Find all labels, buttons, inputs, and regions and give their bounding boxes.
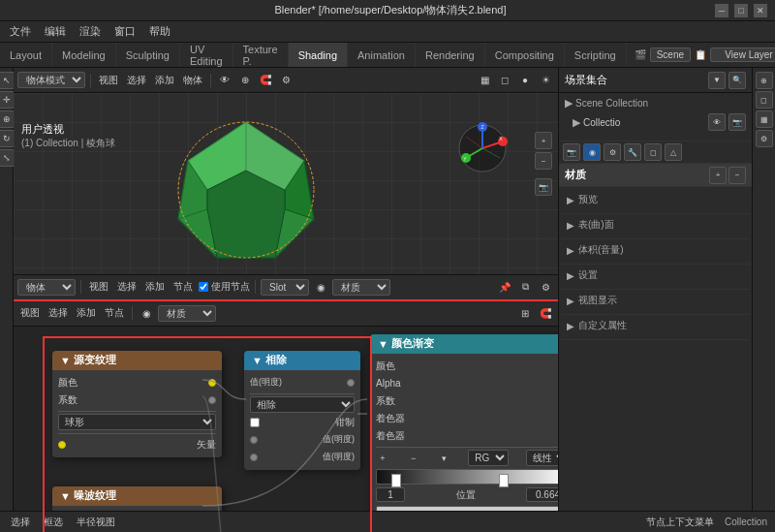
tab-animation[interactable]: Animation xyxy=(348,43,416,67)
close-button[interactable]: ✕ xyxy=(754,4,767,17)
view-btn[interactable]: 视图 xyxy=(86,278,111,296)
gradient-stop-0[interactable] xyxy=(391,474,401,487)
view-layer-selector[interactable]: View Layer xyxy=(710,47,775,62)
menu-window[interactable]: 窗口 xyxy=(108,22,141,41)
prop-custom-title[interactable]: ▶ 自定义属性 xyxy=(567,319,744,332)
prop-material-icon[interactable]: ◉ xyxy=(583,143,601,161)
gradient-bar[interactable] xyxy=(376,469,558,485)
material-selector[interactable]: 材质 xyxy=(332,279,390,296)
filter-icon[interactable]: ▼ xyxy=(708,72,726,89)
prop-modifier-icon[interactable]: 🔧 xyxy=(624,143,641,161)
tab-shading[interactable]: Shading xyxy=(289,43,348,67)
node-source-texture[interactable]: ▼ 源变纹理 颜色 系数 xyxy=(52,351,222,457)
subtract-op-select[interactable]: 相除 xyxy=(250,396,355,413)
camera-toggle[interactable]: 📷 xyxy=(728,113,746,131)
status-box-select[interactable]: 框选 xyxy=(41,514,66,531)
ramp-add-stop[interactable]: + xyxy=(376,452,389,465)
extra-icon-4[interactable]: ⚙ xyxy=(756,130,773,147)
slot-selector[interactable]: Slot 1 xyxy=(261,279,309,296)
node-color-ramp[interactable]: ▼ 颜色渐变 颜色 Alpha 系数 xyxy=(370,334,558,533)
ramp-mode-select[interactable]: RGB xyxy=(468,450,509,466)
menu-render[interactable]: 渲染 xyxy=(74,22,107,41)
navigation-gizmo[interactable]: X Y Z xyxy=(456,122,510,175)
node-canvas[interactable]: ▼ 源变纹理 颜色 系数 xyxy=(14,327,558,533)
viewport-wireframe[interactable]: ◻ xyxy=(496,72,513,89)
prop-render-icon[interactable]: 📷 xyxy=(563,143,580,161)
extra-icon-3[interactable]: ▦ xyxy=(756,110,773,128)
position-idx-input[interactable] xyxy=(376,487,405,502)
status-context-menu[interactable]: 节点上下文菜单 xyxy=(643,514,717,531)
menu-edit[interactable]: 编辑 xyxy=(39,22,72,41)
scene-selector[interactable]: Scene xyxy=(650,47,691,62)
tab-modeling[interactable]: Modeling xyxy=(52,43,116,67)
tree-item-collection[interactable]: ▶ Collectio 👁 📷 xyxy=(561,111,750,133)
camera-view-button[interactable]: 📷 xyxy=(535,178,552,196)
maximize-button[interactable]: □ xyxy=(734,4,748,17)
prop-physics-icon[interactable]: ⚙ xyxy=(604,143,621,161)
node-overlay-icon[interactable]: ⊞ xyxy=(516,304,534,322)
menu-file[interactable]: 文件 xyxy=(4,22,37,41)
viewport-gizmo-icon[interactable]: ⊕ xyxy=(236,72,254,89)
node-node-menu[interactable]: 节点 xyxy=(102,304,127,322)
remove-material-btn[interactable]: − xyxy=(728,167,746,184)
ramp-interp-select[interactable]: 线性 xyxy=(526,450,558,466)
tab-uv-editing[interactable]: UV Editing xyxy=(180,43,233,67)
prop-object-icon[interactable]: ◻ xyxy=(644,143,662,161)
object-mode-selector[interactable]: 物体模式 xyxy=(17,72,85,88)
select-menu[interactable]: 选择 xyxy=(124,72,149,89)
window-controls[interactable]: ─ □ ✕ xyxy=(715,4,767,17)
viewport-3d[interactable]: 物体模式 视图 选择 添加 物体 👁 ⊕ 🧲 ⚙ ▦ ◻ ● ☀ xyxy=(14,68,558,299)
node-subtract[interactable]: ▼ 相除 值(明度) 相除 xyxy=(244,351,360,470)
prop-surface-title[interactable]: ▶ 表(曲)面 xyxy=(567,218,744,232)
node-settings-icon[interactable]: ⚙ xyxy=(537,278,554,296)
zoom-in-button[interactable]: + xyxy=(535,132,552,149)
viewport-canvas[interactable]: 用户透视 (1) Collection | 棱角球 xyxy=(14,93,558,274)
node-view-menu[interactable]: 视图 xyxy=(17,304,43,322)
search-icon[interactable]: 🔍 xyxy=(728,72,746,89)
node-snap-icon[interactable]: 🧲 xyxy=(537,304,554,322)
tab-layout[interactable]: Layout xyxy=(0,43,52,67)
add-btn[interactable]: 添加 xyxy=(142,278,168,296)
object-menu[interactable]: 物体 xyxy=(180,72,205,89)
viewport-overlay-icon[interactable]: 👁 xyxy=(216,72,233,89)
position-val-input[interactable]: 0.664 xyxy=(526,487,558,502)
viewport-snap-icon[interactable]: 🧲 xyxy=(257,72,274,89)
ramp-arrow[interactable]: ▾ xyxy=(438,452,451,465)
viewport-solid[interactable]: ● xyxy=(516,72,534,89)
use-nodes-checkbox[interactable] xyxy=(199,282,208,292)
gradient-stop-1[interactable] xyxy=(499,474,509,487)
tab-sculpting[interactable]: Sculpting xyxy=(116,43,180,67)
tab-rendering[interactable]: Rendering xyxy=(416,43,485,67)
minimize-button[interactable]: ─ xyxy=(715,4,728,17)
node-select-menu[interactable]: 选择 xyxy=(46,304,71,322)
tab-texture-paint[interactable]: Texture P. xyxy=(233,43,289,67)
extra-icon-1[interactable]: ⊕ xyxy=(756,72,773,89)
socket-color-out[interactable] xyxy=(208,379,216,387)
status-select[interactable]: 选择 xyxy=(8,514,33,531)
tab-scripting[interactable]: Scripting xyxy=(565,43,627,67)
zoom-out-button[interactable]: − xyxy=(535,152,552,170)
prop-preview-title[interactable]: ▶ 预览 xyxy=(567,193,744,206)
ramp-remove-stop[interactable]: − xyxy=(407,452,420,465)
viewport-display-options[interactable]: ▦ xyxy=(476,72,493,89)
socket-in2[interactable] xyxy=(250,454,258,461)
node-btn[interactable]: 节点 xyxy=(170,278,196,296)
mat-icon[interactable]: ◉ xyxy=(312,278,329,296)
node-material-icon[interactable]: ◉ xyxy=(138,304,155,322)
extra-icon-2[interactable]: ◻ xyxy=(756,91,773,109)
node-editor[interactable]: 视图 选择 添加 节点 ◉ 材质 ⊞ 🧲 xyxy=(14,299,558,533)
menu-help[interactable]: 帮助 xyxy=(143,22,176,41)
add-material-btn[interactable]: + xyxy=(709,167,727,184)
prop-viewdisplay-title[interactable]: ▶ 视图显示 xyxy=(567,294,744,307)
add-menu[interactable]: 添加 xyxy=(152,72,177,89)
node-add-menu[interactable]: 添加 xyxy=(74,304,99,322)
prop-volume-title[interactable]: ▶ 体积(音量) xyxy=(567,243,744,257)
prop-settings-title[interactable]: ▶ 设置 xyxy=(567,268,744,282)
pin-icon[interactable]: 📌 xyxy=(496,278,513,296)
shape-select[interactable]: 球形 xyxy=(58,414,216,430)
socket-coeff-out[interactable] xyxy=(208,396,216,404)
viewport-rendered[interactable]: ☀ xyxy=(537,72,554,89)
prop-data-icon[interactable]: △ xyxy=(665,143,682,161)
clamp-checkbox[interactable] xyxy=(250,418,260,427)
status-radius[interactable]: 半径视图 xyxy=(74,514,118,531)
